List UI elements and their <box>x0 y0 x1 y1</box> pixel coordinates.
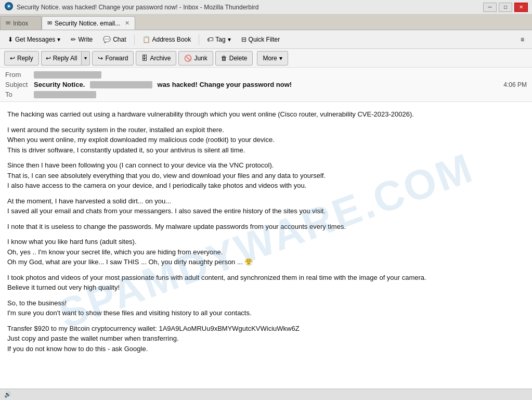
status-icon: 🔊 <box>4 391 11 398</box>
toolbar-more-icon: ≡ <box>521 36 524 43</box>
from-label: From <box>5 71 34 79</box>
close-button[interactable]: ✕ <box>514 3 528 12</box>
reply-icon: ↩ <box>10 55 15 62</box>
quick-filter-icon: ⊟ <box>241 36 246 43</box>
actionbar: ↩ Reply ↩ Reply All ▾ ↪ Forward 🗄 Archiv… <box>0 49 532 68</box>
junk-label: Junk <box>194 55 207 62</box>
from-row: From <box>5 70 527 80</box>
tag-button[interactable]: 🏷 Tag ▾ <box>202 32 235 47</box>
get-messages-icon: ⬇ <box>8 36 13 43</box>
reply-all-dropdown-icon: ▾ <box>84 55 87 61</box>
reply-label: Reply <box>17 55 33 62</box>
email-tab-icon: ✉ <box>47 20 52 27</box>
window-controls: ─ □ ✕ <box>483 3 528 12</box>
write-icon: ✏ <box>71 36 76 43</box>
tag-arrow-icon: ▾ <box>228 36 231 43</box>
email-tab-close[interactable]: ✕ <box>125 20 129 27</box>
reply-all-button[interactable]: ↩ Reply All <box>41 51 82 66</box>
titlebar-left: Security Notice. was hacked! Change your… <box>4 2 258 12</box>
from-value <box>34 71 101 79</box>
body-para-9: Transfer $920 to my Bitcoin cryptocurren… <box>7 324 525 354</box>
chat-label: Chat <box>113 36 126 43</box>
body-para-2: I went around the security system in the… <box>7 125 525 156</box>
toolbar-more-button[interactable]: ≡ <box>516 32 529 47</box>
body-para-7: I took photos and videos of your most pa… <box>7 273 525 293</box>
subject-suffix: was hacked! Change your password now! <box>158 81 292 88</box>
forward-icon: ↪ <box>98 55 103 62</box>
email-time: 4:06 PM <box>503 81 527 88</box>
maximize-button[interactable]: □ <box>499 3 512 12</box>
forward-label: Forward <box>105 55 128 62</box>
delete-icon: 🗑 <box>221 55 227 62</box>
chat-button[interactable]: 💬 Chat <box>98 32 131 47</box>
chat-icon: 💬 <box>103 36 111 43</box>
email-tab-label: Security Notice. email... <box>55 20 120 27</box>
write-button[interactable]: ✏ Write <box>66 32 97 47</box>
junk-button[interactable]: 🚫 Junk <box>178 51 213 66</box>
get-messages-label: Get Messages <box>15 36 55 43</box>
body-para-3: Since then I have been following you (I … <box>7 160 525 191</box>
to-row: To <box>5 89 527 99</box>
junk-icon: 🚫 <box>184 55 192 62</box>
reply-all-label: Reply All <box>53 55 77 62</box>
titlebar: Security Notice. was hacked! Change your… <box>0 0 532 15</box>
subject-row: Subject Security Notice. was hacked! Cha… <box>5 80 527 89</box>
write-label: Write <box>78 36 93 43</box>
tab-inbox[interactable]: ✉ Inbox <box>0 16 42 30</box>
email-body[interactable]: SPAMDYWARE.COM The hacking was carried o… <box>0 102 532 392</box>
tabbar: ✉ Inbox ✉ Security Notice. email... ✕ <box>0 15 532 30</box>
statusbar: 🔊 <box>0 389 532 400</box>
address-book-icon: 📋 <box>142 36 150 43</box>
body-para-5: I note that it is useless to change the … <box>7 222 525 232</box>
archive-icon: 🗄 <box>141 55 148 62</box>
archive-button[interactable]: 🗄 Archive <box>136 51 176 66</box>
body-para-4: At the moment, I have harvested a solid … <box>7 196 525 216</box>
get-messages-button[interactable]: ⬇ Get Messages ▾ <box>3 32 65 47</box>
subject-prefix: Security Notice. <box>34 81 85 88</box>
app-logo <box>4 2 14 12</box>
toolbar-separator <box>134 34 135 45</box>
get-messages-arrow-icon: ▾ <box>57 36 60 43</box>
reply-button[interactable]: ↩ Reply <box>4 51 39 66</box>
tag-icon: 🏷 <box>207 36 213 43</box>
more-label: More <box>263 55 277 62</box>
minimize-button[interactable]: ─ <box>483 3 497 12</box>
toolbar: ⬇ Get Messages ▾ ✏ Write 💬 Chat 📋 Addres… <box>0 30 532 49</box>
body-para-6: I know what you like hard funs (adult si… <box>7 237 525 267</box>
archive-label: Archive <box>150 55 171 62</box>
tag-label: Tag <box>215 36 225 43</box>
reply-all-icon: ↩ <box>46 55 51 62</box>
toolbar-separator-2 <box>199 34 199 45</box>
more-button[interactable]: More ▾ <box>257 51 288 66</box>
reply-all-dropdown-button[interactable]: ▾ <box>81 51 90 66</box>
forward-button[interactable]: ↪ Forward <box>92 51 134 66</box>
tab-email[interactable]: ✉ Security Notice. email... ✕ <box>42 16 135 30</box>
window-title: Security Notice. was hacked! Change your… <box>17 4 258 11</box>
inbox-tab-label: Inbox <box>13 20 28 27</box>
email-header: From Subject Security Notice. was hacked… <box>0 68 532 102</box>
quick-filter-button[interactable]: ⊟ Quick Filter <box>237 32 285 47</box>
delete-label: Delete <box>229 55 248 62</box>
subject-redacted <box>90 81 152 88</box>
quick-filter-label: Quick Filter <box>249 36 280 43</box>
inbox-tab-icon: ✉ <box>6 20 10 27</box>
to-value <box>34 91 96 98</box>
to-label: To <box>5 91 34 98</box>
delete-button[interactable]: 🗑 Delete <box>215 51 253 66</box>
body-para-1: The hacking was carried out using a hard… <box>7 109 525 120</box>
address-book-button[interactable]: 📋 Address Book <box>138 32 196 47</box>
more-arrow-icon: ▾ <box>279 55 282 62</box>
subject-label: Subject <box>5 81 34 88</box>
body-para-8: So, to the business!I'm sure you don't w… <box>7 298 525 318</box>
reply-all-split: ↩ Reply All ▾ <box>41 51 90 66</box>
address-book-label: Address Book <box>152 36 191 43</box>
svg-point-2 <box>8 5 10 7</box>
